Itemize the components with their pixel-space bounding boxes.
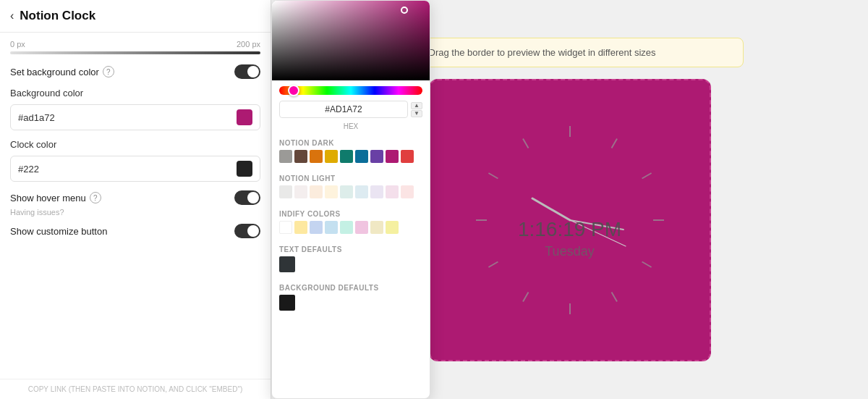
bg-color-toggle[interactable] [234,64,260,79]
swatch[interactable] [310,221,323,234]
hint-text: Drag the border to preview the widget in… [429,47,656,58]
swatch[interactable] [340,221,353,234]
swatch[interactable] [401,150,414,163]
clock-time: 1:16:19 PM [518,218,621,241]
swatch[interactable] [325,150,338,163]
swatch[interactable] [325,221,338,234]
swatch[interactable] [310,150,323,163]
svg-line-12 [532,198,570,220]
swatch[interactable] [294,185,307,198]
bg-defaults-label: BACKGROUND DEFAULTS [279,284,422,292]
clock-color-input-row[interactable]: #222 [10,156,260,182]
hue-thumb[interactable] [288,85,299,96]
svg-line-2 [642,173,651,179]
swatch[interactable] [279,295,295,311]
hex-input-row: ▲ ▼ [279,101,422,118]
notion-light-row [279,185,422,198]
customize-btn-row: Show customize button [10,224,260,238]
hover-menu-toggle[interactable] [234,190,260,205]
swatch[interactable] [279,221,292,234]
gradient-cursor[interactable] [401,7,408,14]
panel-footer[interactable]: COPY LINK (THEN PASTE INTO NOTION, AND C… [0,379,271,399]
svg-line-4 [642,262,651,268]
svg-line-7 [523,293,529,302]
svg-line-11 [523,138,529,148]
bg-color-value: #ad1a72 [18,112,231,123]
left-panel: ‹ Notion Clock 0 px 200 px Set backgroun… [0,0,271,399]
color-picker-popup: ▲ ▼ HEX NOTION DARK NOTION LIGHT [271,0,430,399]
customize-btn-label: Show customize button [10,226,107,237]
hex-down-arrow[interactable]: ▼ [411,110,422,117]
swatch[interactable] [340,185,353,198]
swatch[interactable] [279,185,292,198]
bg-color-swatch[interactable] [237,109,252,125]
swatch[interactable] [355,221,368,234]
svg-line-8 [488,262,498,268]
swatch[interactable] [355,185,368,198]
hover-menu-help-icon[interactable]: ? [90,192,101,203]
swatch[interactable] [370,221,383,234]
swatch[interactable] [401,185,414,198]
hue-slider[interactable] [279,86,422,95]
notion-dark-row [279,150,422,163]
hex-label: HEX [272,122,430,130]
swatch[interactable] [386,150,399,163]
indify-palette: INDIFY COLORS [272,207,430,243]
bg-section-title: Background color [10,88,260,98]
swatch[interactable] [279,256,295,272]
hex-up-arrow[interactable]: ▲ [411,102,422,109]
swatch[interactable] [279,150,292,163]
slider-labels: 0 px 200 px [10,40,260,49]
bg-color-label: Set background color ? [10,66,114,77]
swatch[interactable] [310,185,323,198]
svg-line-5 [611,293,617,302]
text-defaults-row [279,256,422,272]
swatch[interactable] [370,150,383,163]
slider-min-label: 0 px [10,40,25,49]
svg-line-1 [611,138,617,148]
panel-content: Set background color ? Background color … [0,57,271,379]
clock-color-swatch[interactable] [237,161,252,177]
clock-color-value: #222 [18,164,231,175]
footer-text: COPY LINK (THEN PASTE INTO NOTION, AND C… [28,385,243,393]
bg-color-toggle-row: Set background color ? [10,64,260,79]
notion-light-palette: NOTION LIGHT [272,172,430,207]
svg-line-10 [488,173,498,179]
clock-day: Tuesday [518,244,621,259]
bg-defaults-palette: BACKGROUND DEFAULTS [272,281,430,319]
hex-arrows: ▲ ▼ [411,102,422,117]
swatch[interactable] [325,185,338,198]
swatch[interactable] [355,150,368,163]
indify-label: INDIFY COLORS [279,210,422,218]
slider-section: 0 px 200 px [0,33,271,57]
hover-menu-row: Show hover menu ? [10,190,260,205]
swatch[interactable] [386,221,399,234]
bg-color-input-row[interactable]: #ad1a72 [10,104,260,130]
text-defaults-label: TEXT DEFAULTS [279,245,422,253]
bg-defaults-row [279,295,422,311]
hover-menu-label: Show hover menu ? [10,192,101,203]
notion-dark-palette: NOTION DARK [272,136,430,172]
gradient-canvas[interactable] [272,1,430,80]
notion-light-label: NOTION LIGHT [279,175,422,182]
bg-color-help-icon[interactable]: ? [103,66,114,77]
back-button[interactable]: ‹ [10,9,14,22]
swatch[interactable] [294,150,307,163]
widget-preview[interactable]: 1:16:19 PM Tuesday [429,79,711,361]
hex-input[interactable] [279,101,408,118]
hint-box: 💡 Drag the border to preview the widget … [396,38,744,67]
having-issues-text[interactable]: Having issues? [10,208,260,217]
indify-row [279,221,422,234]
notion-dark-label: NOTION DARK [279,139,422,147]
customize-btn-toggle[interactable] [234,224,260,238]
swatch[interactable] [294,221,307,234]
swatch[interactable] [340,150,353,163]
clock-display: 1:16:19 PM Tuesday [518,225,621,259]
swatch[interactable] [386,185,399,198]
panel-title: Notion Clock [20,9,95,23]
slider-track[interactable] [10,51,260,54]
text-defaults-palette: TEXT DEFAULTS [272,243,430,281]
hover-menu-section: Show hover menu ? Having issues? [10,190,260,217]
clock-section-title: Clock color [10,139,260,150]
swatch[interactable] [370,185,383,198]
